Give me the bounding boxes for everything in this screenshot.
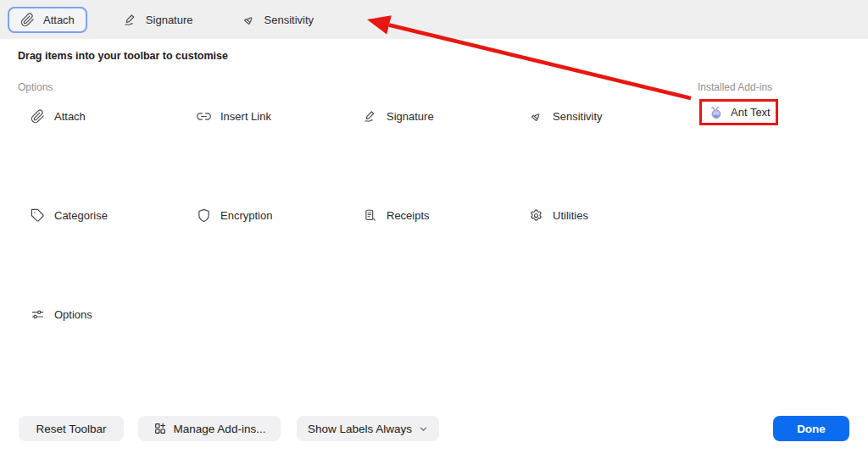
option-item-attach[interactable]: Attach xyxy=(31,105,86,127)
toolbar-item-sensitivity[interactable]: Sensitivity xyxy=(229,5,327,35)
option-label: Signature xyxy=(387,110,434,123)
stamp-icon xyxy=(242,13,256,27)
gear-icon xyxy=(529,208,543,223)
manage-addins-label: Manage Add-ins... xyxy=(174,423,266,435)
toolbar-item-label: Signature xyxy=(146,14,193,26)
ant-icon xyxy=(709,106,723,119)
tag-icon xyxy=(31,208,45,223)
option-label: Receipts xyxy=(387,209,430,222)
option-item-categorise[interactable]: Categorise xyxy=(31,204,108,226)
receipt-icon xyxy=(363,208,377,223)
option-label: Categorise xyxy=(54,209,108,222)
shield-icon xyxy=(197,208,211,223)
option-item-options[interactable]: Options xyxy=(31,303,92,325)
red-arrow-annotation xyxy=(0,0,868,459)
option-item-sensitivity[interactable]: Sensitivity xyxy=(529,105,603,127)
signature-pen-icon xyxy=(363,109,377,124)
option-item-signature[interactable]: Signature xyxy=(363,105,434,127)
option-label: Insert Link xyxy=(220,110,271,123)
show-labels-dropdown[interactable]: Show Labels Always xyxy=(297,416,439,441)
link-icon xyxy=(197,109,211,124)
sliders-icon xyxy=(31,307,45,322)
option-item-receipts[interactable]: Receipts xyxy=(363,204,430,226)
signature-pen-icon xyxy=(123,13,137,27)
paperclip-icon xyxy=(20,13,35,27)
option-label: Options xyxy=(54,308,92,321)
show-labels-label: Show Labels Always xyxy=(308,423,412,435)
manage-addins-button[interactable]: Manage Add-ins... xyxy=(138,416,281,441)
grid-add-icon xyxy=(153,422,167,435)
installed-addins-section-label: Installed Add-ins xyxy=(698,81,772,93)
paperclip-icon xyxy=(31,109,45,124)
toolbar-item-label: Sensitivity xyxy=(264,14,314,26)
option-label: Attach xyxy=(54,110,86,123)
chevron-down-icon xyxy=(419,424,428,434)
toolbar-item-label: Attach xyxy=(43,14,75,26)
addin-item-ant-text[interactable]: Ant Text xyxy=(699,99,778,125)
option-item-utilities[interactable]: Utilities xyxy=(529,204,588,226)
options-section-label: Options xyxy=(18,81,53,93)
toolbar-item-attach[interactable]: Attach xyxy=(8,7,87,33)
stamp-icon xyxy=(529,109,543,124)
option-item-insert-link[interactable]: Insert Link xyxy=(197,105,271,127)
option-label: Utilities xyxy=(553,209,588,222)
toolbar-preview: Attach Signature Sensitivity xyxy=(0,0,868,39)
done-button[interactable]: Done xyxy=(773,416,849,441)
drag-instruction-text: Drag items into your toolbar to customis… xyxy=(18,50,228,62)
option-item-encryption[interactable]: Encryption xyxy=(197,204,272,226)
done-label: Done xyxy=(797,423,826,435)
option-label: Sensitivity xyxy=(553,110,603,123)
option-label: Encryption xyxy=(220,209,272,222)
addin-label: Ant Text xyxy=(731,106,771,119)
reset-toolbar-button[interactable]: Reset Toolbar xyxy=(19,416,124,441)
reset-toolbar-label: Reset Toolbar xyxy=(36,423,106,435)
toolbar-customisation-dialog: Attach Signature Sensitivity Drag items … xyxy=(0,0,868,459)
toolbar-item-signature[interactable]: Signature xyxy=(110,5,206,35)
